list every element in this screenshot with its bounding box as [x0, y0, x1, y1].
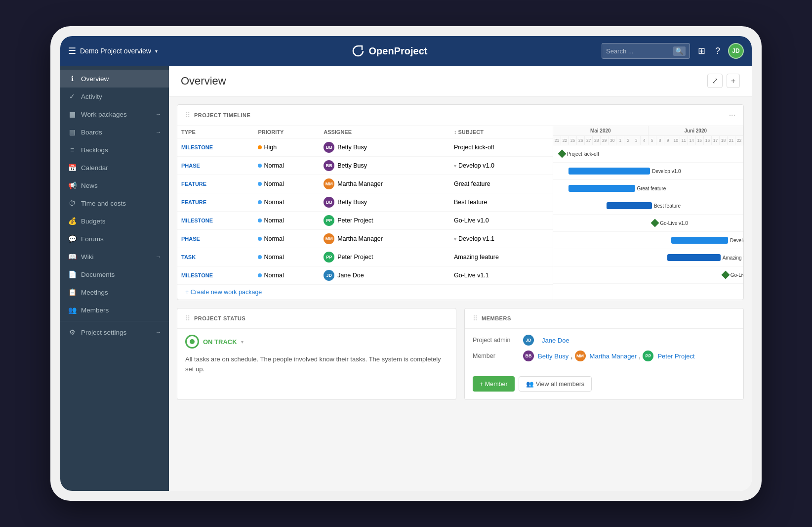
- hamburger-icon[interactable]: ☰: [68, 45, 76, 56]
- calendar-icon: 📅: [68, 164, 76, 172]
- search-button[interactable]: 🔍: [673, 46, 686, 56]
- row-type: MILESTONE: [181, 218, 213, 223]
- sidebar-item-label: Work packages: [81, 111, 151, 118]
- topbar-right: 🔍 ⊞ ? JD: [602, 43, 744, 59]
- content-area: Overview ⤢ + ⠿ PROJECT TIMELINE ···: [169, 66, 752, 491]
- gantt-row: Best feature: [553, 197, 743, 215]
- table-row[interactable]: FEATURE Normal BBBetty Busy Best feature: [177, 193, 553, 212]
- sidebar-item-label: Documents: [81, 271, 161, 278]
- table-row[interactable]: MILESTONE High BBBetty Busy Project kick…: [177, 138, 553, 157]
- boards-icon: ▤: [68, 128, 76, 136]
- admin-avatar: JD: [523, 335, 534, 346]
- sidebar-item-work-packages[interactable]: ▦ Work packages →: [60, 105, 169, 123]
- table-row[interactable]: PHASE Normal MMMartha Manager ▾Develop v…: [177, 230, 553, 248]
- gantt-bar: [568, 168, 650, 175]
- col-subject: ↕ SUBJECT: [450, 126, 553, 138]
- sidebar-item-members[interactable]: 👥 Members: [60, 301, 169, 319]
- sidebar-item-forums[interactable]: 💬 Forums: [60, 230, 169, 248]
- dropdown-icon[interactable]: ▾: [155, 48, 158, 54]
- row-subject: ▾Develop v1.0: [450, 157, 553, 175]
- priority-dot: [258, 200, 262, 204]
- timeline-panel-title: PROJECT TIMELINE: [194, 112, 250, 118]
- sidebar-item-budgets[interactable]: 💰 Budgets: [60, 212, 169, 230]
- sidebar-item-backlogs[interactable]: ≡ Backlogs: [60, 141, 169, 159]
- search-box[interactable]: 🔍: [602, 43, 690, 59]
- logo: OpenProject: [351, 44, 428, 58]
- member-name[interactable]: Peter Project: [657, 352, 694, 360]
- member-role-label: Member: [473, 352, 517, 359]
- table-row[interactable]: MILESTONE Normal PPPeter Project Go-Live…: [177, 212, 553, 230]
- member-name[interactable]: Martha Manager: [590, 352, 637, 360]
- row-type: FEATURE: [181, 199, 206, 205]
- assignee-avatar: BB: [324, 142, 334, 153]
- gantt-chart: Mai 2020 Juni 2020 21 22 25 26 27: [553, 126, 743, 300]
- gantt-row: Project kick-off: [553, 145, 743, 163]
- sidebar-item-activity[interactable]: ✓ Activity: [60, 88, 169, 105]
- status-indicator: ON TRACK ▾: [177, 329, 456, 354]
- gantt-bar: [671, 237, 729, 244]
- time-costs-icon: ⏱: [68, 199, 76, 207]
- project-title[interactable]: Demo Project overview: [80, 47, 151, 55]
- search-input[interactable]: [606, 47, 670, 55]
- view-all-members-button[interactable]: 👥 View all members: [519, 376, 592, 392]
- row-type: MILESTONE: [181, 144, 213, 150]
- budgets-icon: 💰: [68, 217, 76, 225]
- add-member-button[interactable]: + Member: [473, 376, 515, 392]
- sidebar-item-meetings[interactable]: 📋 Meetings: [60, 283, 169, 301]
- create-work-package-link[interactable]: + Create new work package: [177, 285, 553, 300]
- sidebar-item-overview[interactable]: ℹ Overview: [60, 70, 169, 88]
- drag-handle[interactable]: ⠿: [185, 314, 190, 322]
- sidebar-item-documents[interactable]: 📄 Documents: [60, 265, 169, 283]
- assignee-avatar: PP: [324, 215, 334, 226]
- sidebar-item-label: Members: [81, 307, 161, 314]
- status-text[interactable]: ON TRACK: [203, 338, 237, 346]
- assignee-name: Peter Project: [337, 254, 373, 261]
- member-name[interactable]: Betty Busy: [538, 352, 568, 360]
- drag-handle[interactable]: ⠿: [473, 314, 478, 322]
- help-icon[interactable]: ?: [713, 44, 722, 58]
- member-avatar: PP: [643, 351, 653, 361]
- gantt-bar: [667, 254, 721, 261]
- col-assignee: ASSIGNEE: [320, 126, 450, 138]
- add-widget-button[interactable]: +: [727, 74, 740, 88]
- sidebar-item-wiki[interactable]: 📖 Wiki →: [60, 248, 169, 265]
- expand-button[interactable]: ⤢: [707, 74, 723, 88]
- gantt-row: Amazing feature: [553, 249, 743, 266]
- sidebar-item-label: Activity: [81, 93, 161, 100]
- sidebar-item-news[interactable]: 📢 News: [60, 176, 169, 194]
- table-row[interactable]: MILESTONE Normal JDJane Doe Go-Live v1.1: [177, 266, 553, 285]
- admin-name[interactable]: Jane Doe: [542, 337, 569, 344]
- status-dropdown-icon[interactable]: ▾: [241, 339, 244, 345]
- gantt-bar-label: Amazing feature: [723, 255, 743, 261]
- row-priority: Normal: [264, 217, 284, 224]
- member-row-admin: Project admin JD Jane Doe: [473, 335, 735, 346]
- arrow-icon: →: [156, 111, 161, 117]
- timeline-panel-header: ⠿ PROJECT TIMELINE ···: [177, 105, 743, 126]
- sidebar-item-label: Overview: [81, 75, 161, 83]
- view-all-icon: 👥: [526, 380, 534, 388]
- sidebar-item-label: Project settings: [81, 329, 151, 336]
- priority-dot: [258, 164, 262, 168]
- content-header: Overview ⤢ +: [169, 66, 752, 96]
- arrow-icon: →: [156, 254, 161, 260]
- sidebar-item-project-settings[interactable]: ⚙ Project settings →: [60, 323, 169, 341]
- user-avatar[interactable]: JD: [728, 43, 744, 59]
- priority-dot: [258, 145, 262, 149]
- gantt-bar-label: Develop v1.0: [652, 169, 681, 174]
- sidebar-item-label: Boards: [81, 129, 151, 136]
- gantt-bar: [607, 202, 652, 209]
- sidebar-item-time-costs[interactable]: ⏱ Time and costs: [60, 194, 169, 212]
- assignee-avatar: PP: [324, 252, 334, 263]
- panel-menu-icon[interactable]: ···: [729, 111, 735, 120]
- grid-icon[interactable]: ⊞: [696, 44, 707, 58]
- table-row[interactable]: PHASE Normal BBBetty Busy ▾Develop v1.0: [177, 157, 553, 175]
- arrow-icon: →: [156, 329, 161, 335]
- table-row[interactable]: TASK Normal PPPeter Project Amazing feat…: [177, 248, 553, 266]
- sidebar-item-boards[interactable]: ▤ Boards →: [60, 123, 169, 141]
- row-priority: Normal: [264, 254, 284, 261]
- header-actions: ⤢ +: [707, 74, 740, 88]
- drag-handle[interactable]: ⠿: [185, 111, 190, 119]
- status-circle-inner: [190, 339, 195, 344]
- sidebar-item-calendar[interactable]: 📅 Calendar: [60, 159, 169, 176]
- table-row[interactable]: FEATURE Normal MMMartha Manager Great fe…: [177, 175, 553, 193]
